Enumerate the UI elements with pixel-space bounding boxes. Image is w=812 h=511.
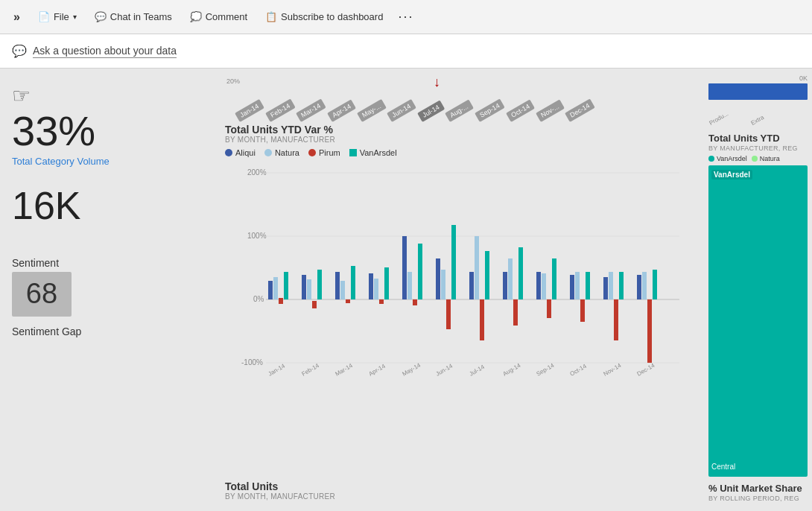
svg-text:0%: 0% bbox=[253, 295, 264, 303]
svg-rect-19 bbox=[351, 266, 355, 299]
cursor-icon: ☞ bbox=[12, 83, 204, 108]
central-bar-label: Central bbox=[711, 463, 735, 471]
legend-aliqui-label: Aliqui bbox=[235, 148, 256, 157]
left-panel: ☞ 33% Total Category Volume 16K Sentimen… bbox=[0, 69, 216, 511]
ytd-right-subtitle: BY MANUFACTURER, REG bbox=[708, 145, 808, 152]
ok-label-area: 0K bbox=[708, 74, 808, 82]
category-volume-value: 33% bbox=[12, 108, 204, 154]
legend-natura-right-label: Natura bbox=[760, 155, 780, 162]
month-tags-top: Jan-14 Feb-14 Mar-14 Apr-14 May-... Jun-… bbox=[240, 112, 599, 122]
legend-aliqui: Aliqui bbox=[225, 148, 256, 157]
svg-text:Mar-14: Mar-14 bbox=[334, 362, 355, 378]
subscribe-label: Subscribe to dashboard bbox=[281, 11, 383, 22]
comment-button[interactable]: 💭 Comment bbox=[183, 8, 255, 25]
sentiment-card: Sentiment 68 Sentiment Gap bbox=[12, 245, 204, 337]
month-tag-dec: Dec-14 bbox=[565, 98, 595, 122]
svg-text:Feb-14: Feb-14 bbox=[301, 362, 321, 378]
right-legend: VanArsdel Natura bbox=[708, 155, 808, 162]
svg-rect-26 bbox=[413, 299, 417, 305]
svg-rect-8 bbox=[268, 281, 273, 299]
svg-rect-52 bbox=[637, 275, 641, 299]
svg-text:Sep-14: Sep-14 bbox=[536, 362, 556, 378]
svg-rect-49 bbox=[609, 272, 613, 299]
more-button[interactable]: ··· bbox=[393, 6, 418, 28]
percent-20-label: 20% bbox=[226, 77, 240, 85]
ytd-chart-title: Total Units YTD Var % bbox=[225, 124, 695, 136]
svg-rect-51 bbox=[619, 272, 624, 299]
svg-rect-41 bbox=[542, 273, 546, 299]
category-volume-card: ☞ 33% Total Category Volume bbox=[12, 77, 204, 170]
sentiment-box: 68 bbox=[12, 272, 72, 317]
legend-pirum-dot bbox=[308, 149, 316, 156]
expand-button[interactable]: » bbox=[6, 7, 28, 27]
svg-rect-14 bbox=[312, 301, 317, 308]
unit-market-title: % Unit Market Share bbox=[708, 483, 808, 494]
month-tag-jan: Jan-14 bbox=[235, 99, 264, 122]
svg-rect-39 bbox=[518, 247, 523, 299]
category-volume-label: Total Category Volume bbox=[12, 156, 204, 167]
svg-rect-37 bbox=[508, 258, 513, 299]
svg-rect-32 bbox=[469, 272, 474, 299]
month-tag-mar: Mar-14 bbox=[296, 99, 326, 122]
svg-rect-25 bbox=[407, 272, 412, 299]
ytd-right-title: Total Units YTD bbox=[708, 133, 808, 144]
vanarsdel-bar-label: VanArsdel bbox=[711, 170, 752, 180]
qa-text[interactable]: Ask a question about your data bbox=[33, 45, 177, 58]
legend-vanarsdel-dot bbox=[349, 149, 357, 156]
legend-natura-right: Natura bbox=[752, 155, 780, 162]
qa-icon: 💬 bbox=[12, 44, 27, 58]
month-strip-area: 20% ↓ Jan-14 Feb-14 Mar-14 Apr-14 May-..… bbox=[225, 74, 695, 122]
svg-rect-33 bbox=[475, 236, 479, 299]
svg-text:Jul-14: Jul-14 bbox=[469, 364, 486, 378]
svg-rect-43 bbox=[552, 258, 556, 299]
month-tag-jul: Jul-14 bbox=[417, 101, 445, 122]
svg-rect-28 bbox=[436, 258, 440, 299]
month-tag-may: May-... bbox=[357, 99, 386, 122]
right-panel: 0K Produ... Extra Total Units YTD BY MAN… bbox=[704, 69, 812, 511]
svg-text:Jan-14: Jan-14 bbox=[267, 362, 287, 377]
svg-rect-31 bbox=[451, 225, 456, 299]
legend-natura-label: Natura bbox=[275, 148, 299, 157]
svg-rect-13 bbox=[307, 279, 311, 299]
main-content: ☞ 33% Total Category Volume 16K Sentimen… bbox=[0, 69, 812, 511]
blue-indicator-bar bbox=[708, 83, 808, 100]
svg-text:200%: 200% bbox=[247, 168, 267, 177]
month-tag-sep: Sep-14 bbox=[475, 98, 505, 122]
svg-rect-29 bbox=[441, 270, 445, 299]
month-tag-oct: Oct-14 bbox=[506, 99, 535, 122]
svg-rect-40 bbox=[536, 272, 541, 299]
file-icon: 📄 bbox=[38, 11, 50, 22]
units-card: 16K bbox=[12, 182, 204, 230]
svg-rect-35 bbox=[485, 251, 489, 299]
legend-natura: Natura bbox=[264, 148, 299, 157]
unit-market-subtitle: BY ROLLING PERIOD, REG bbox=[708, 495, 808, 502]
right-x-labels: Produ... Extra bbox=[708, 103, 808, 127]
sentiment-value: 68 bbox=[26, 278, 57, 310]
svg-rect-12 bbox=[302, 275, 306, 299]
month-tag-feb: Feb-14 bbox=[265, 99, 295, 122]
svg-rect-23 bbox=[384, 267, 389, 299]
legend-aliqui-dot bbox=[225, 149, 232, 156]
file-chevron-icon: ▾ bbox=[73, 13, 77, 21]
svg-rect-50 bbox=[614, 299, 618, 340]
chat-button[interactable]: 💬 Chat in Teams bbox=[87, 8, 180, 25]
svg-rect-16 bbox=[335, 272, 340, 299]
month-tag-apr: Apr-14 bbox=[327, 99, 356, 122]
units-value: 16K bbox=[12, 185, 204, 227]
svg-rect-18 bbox=[346, 299, 350, 303]
month-tag-jun: Jun-14 bbox=[387, 99, 416, 122]
legend-vanarsdel-label: VanArsdel bbox=[360, 148, 397, 157]
svg-text:-100%: -100% bbox=[241, 358, 263, 366]
middle-panel: 20% ↓ Jan-14 Feb-14 Mar-14 Apr-14 May-..… bbox=[216, 69, 704, 511]
chat-label: Chat in Teams bbox=[110, 11, 172, 22]
svg-rect-24 bbox=[402, 236, 407, 299]
subscribe-button[interactable]: 📋 Subscribe to dashboard bbox=[258, 8, 390, 25]
svg-rect-53 bbox=[642, 272, 647, 299]
svg-rect-42 bbox=[547, 299, 551, 318]
ok-label: 0K bbox=[799, 74, 808, 82]
svg-rect-44 bbox=[570, 275, 574, 299]
comment-label: Comment bbox=[206, 11, 247, 22]
legend-pirum-label: Pirum bbox=[319, 148, 340, 157]
month-tag-aug: Aug-... bbox=[445, 100, 474, 122]
file-button[interactable]: 📄 File ▾ bbox=[31, 8, 84, 25]
